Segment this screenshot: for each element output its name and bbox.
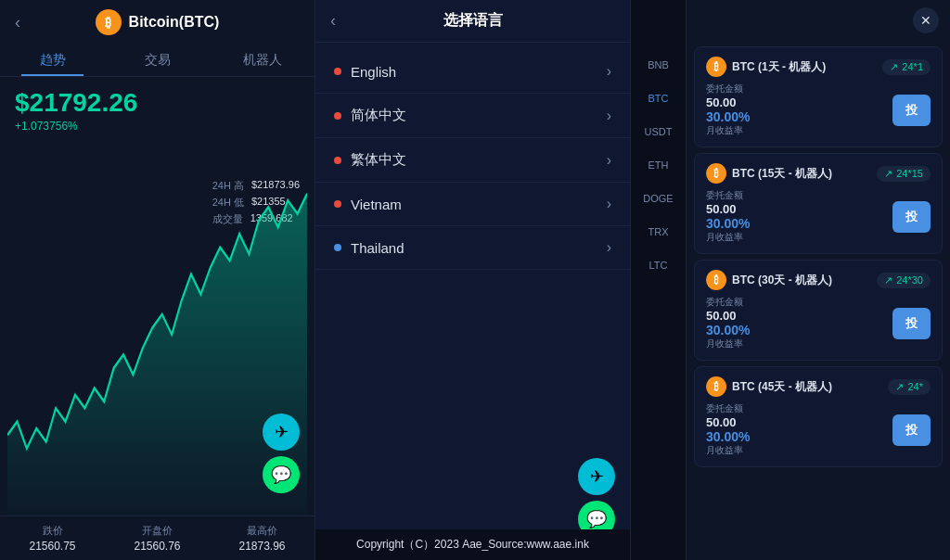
bottom-label-1: 开盘价 [134, 524, 180, 538]
bottom-label-2: 最高价 [238, 524, 285, 538]
robot-detail-row-1: 委托金额 50.00 30.00% 月收益率 投 [706, 189, 931, 244]
coin-doge[interactable]: DOGE [643, 189, 673, 208]
robot-detail-row-0: 委托金额 50.00 30.00% 月收益率 投 [706, 83, 931, 137]
middle-telegram-button[interactable]: ✈ [578, 458, 615, 495]
robot-card-header-2: ₿ BTC (30天 - 机器人) ↗ 24*30 [706, 270, 931, 290]
robot-badge-icon-3: ↗ [895, 381, 904, 393]
copyright-bar: Copyright（C）2023 Aae_Source:www.aae.ink [315, 529, 630, 560]
telegram-button[interactable]: ✈ [263, 414, 300, 451]
robot-amount-3: 50.00 [706, 415, 892, 429]
robot-title-left-3: ₿ BTC (45天 - 机器人) [706, 376, 832, 397]
middle-title: 选择语言 [443, 11, 503, 31]
robot-detail-row-2: 委托金额 50.00 30.00% 月收益率 投 [706, 296, 931, 350]
robot-badge-text-1: 24*15 [896, 168, 923, 179]
robot-btc-icon-0: ₿ [706, 57, 726, 77]
tab-trade[interactable]: 交易 [105, 45, 210, 76]
robot-card-header-3: ₿ BTC (45天 - 机器人) ↗ 24* [706, 376, 931, 397]
robot-amount-label-0: 委托金额 [706, 83, 892, 95]
close-button[interactable]: ✕ [913, 7, 939, 33]
robot-badge-icon-1: ↗ [884, 168, 892, 180]
lang-name-vn: Vietnam [351, 197, 402, 212]
lang-name-tc: 繁体中文 [351, 151, 406, 169]
robot-btc-icon-1: ₿ [706, 163, 726, 184]
invest-button-3[interactable]: 投 [892, 414, 931, 446]
invest-button-0[interactable]: 投 [892, 95, 931, 126]
lang-dot-english [334, 68, 341, 75]
robot-amount-0: 50.00 [706, 95, 892, 109]
left-back-button[interactable]: ‹ [15, 13, 20, 32]
lang-dot-vn [334, 200, 341, 208]
middle-panel: ‹ 选择语言 English › 简体中文 › 繁体中文 › [315, 0, 631, 560]
robot-card-2: ₿ BTC (30天 - 机器人) ↗ 24*30 委托金额 50.00 30.… [694, 260, 943, 361]
robot-card-3: ₿ BTC (45天 - 机器人) ↗ 24* 委托金额 50.00 30.00… [694, 366, 943, 467]
robot-title-left-1: ₿ BTC (15天 - 机器人) [706, 163, 832, 184]
robot-btc-icon-2: ₿ [706, 270, 726, 290]
robots-header: ✕ [687, 0, 950, 41]
bottom-stats: 跌价 21560.75 开盘价 21560.76 最高价 21873.96 [0, 515, 315, 560]
robot-detail-col-3: 委托金额 50.00 30.00% 月收益率 [706, 402, 892, 457]
robot-amount-label-3: 委托金额 [706, 402, 892, 415]
right-panel: BNB BTC USDT ETH DOGE TRX LTC ✕ ₿ BTC (1… [631, 0, 950, 560]
robot-card-header-0: ₿ BTC (1天 - 机器人) ↗ 24*1 [706, 57, 931, 77]
lang-name-th: Thailand [351, 240, 404, 256]
invest-button-2[interactable]: 投 [892, 308, 931, 339]
robot-badge-text-0: 24*1 [902, 61, 923, 72]
robot-btc-icon-3: ₿ [706, 376, 726, 397]
robot-amount-label-1: 委托金额 [706, 189, 892, 202]
coin-ltc[interactable]: LTC [649, 256, 668, 274]
btc-icon: ₿ [96, 9, 122, 35]
lang-dot-tc [334, 157, 341, 164]
price-change: +1.073756% [15, 120, 300, 133]
robot-rate-1: 30.00% [706, 216, 892, 231]
left-panel: ‹ ₿ Bitcoin(BTC) 趋势 交易 机器人 $21792.26 +1.… [0, 0, 315, 560]
lang-item-english[interactable]: English › [315, 50, 630, 94]
robots-panel: ✕ ₿ BTC (1天 - 机器人) ↗ 24*1 委托金额 50.00 30.… [687, 0, 950, 560]
lang-chevron-tc: › [607, 152, 611, 169]
robot-badge-icon-0: ↗ [890, 61, 898, 73]
lang-chevron-sc: › [607, 108, 611, 124]
robot-card-header-1: ₿ BTC (15天 - 机器人) ↗ 24*15 [706, 163, 931, 184]
invest-button-1[interactable]: 投 [892, 201, 931, 233]
bottom-label-0: 跌价 [29, 524, 75, 538]
coin-sidebar: BNB BTC USDT ETH DOGE TRX LTC [631, 0, 687, 560]
coin-usdt[interactable]: USDT [645, 122, 673, 141]
left-tabs: 趋势 交易 机器人 [0, 45, 315, 77]
lang-item-left-tc: 繁体中文 [334, 151, 406, 169]
left-title: ₿ Bitcoin(BTC) [96, 9, 220, 35]
lang-item-simplified-chinese[interactable]: 简体中文 › [315, 94, 630, 138]
robot-name-2: BTC (30天 - 机器人) [732, 273, 832, 288]
middle-back-button[interactable]: ‹ [330, 11, 336, 31]
bottom-value-2: 21873.96 [238, 540, 285, 553]
lang-item-thailand[interactable]: Thailand › [315, 226, 630, 270]
lang-item-traditional-chinese[interactable]: 繁体中文 › [315, 138, 630, 183]
tab-robot[interactable]: 机器人 [210, 45, 315, 76]
robot-badge-3: ↗ 24* [888, 379, 931, 395]
coin-btc[interactable]: BTC [648, 89, 669, 108]
lang-name-english: English [351, 64, 396, 80]
tab-trend[interactable]: 趋势 [0, 45, 105, 76]
coin-trx[interactable]: TRX [648, 223, 669, 241]
robot-rate-2: 30.00% [706, 323, 892, 337]
coin-bnb[interactable]: BNB [648, 56, 669, 74]
robot-detail-row-3: 委托金额 50.00 30.00% 月收益率 投 [706, 402, 931, 457]
robot-rate-label-2: 月收益率 [706, 337, 892, 350]
robot-badge-text-2: 24*30 [896, 274, 923, 286]
robot-detail-col-1: 委托金额 50.00 30.00% 月收益率 [706, 189, 892, 244]
coin-eth[interactable]: ETH [648, 156, 669, 174]
left-header: ‹ ₿ Bitcoin(BTC) [0, 0, 315, 45]
lang-item-vietnam[interactable]: Vietnam › [315, 183, 630, 226]
lang-chevron-vn: › [607, 196, 611, 212]
lang-dot-th [334, 244, 341, 251]
robot-amount-label-2: 委托金额 [706, 296, 892, 309]
lang-item-left-english: English [334, 64, 396, 80]
bottom-value-0: 21560.75 [29, 540, 75, 553]
lang-chevron-th: › [607, 239, 611, 256]
robot-name-1: BTC (15天 - 机器人) [732, 166, 832, 182]
robot-title-left-2: ₿ BTC (30天 - 机器人) [706, 270, 832, 290]
robot-rate-label-0: 月收益率 [706, 124, 892, 137]
chat-button[interactable]: 💬 [263, 456, 300, 493]
bottom-stat-2: 最高价 21873.96 [238, 524, 285, 553]
robot-rate-0: 30.00% [706, 109, 892, 124]
robot-badge-2: ↗ 24*30 [877, 273, 931, 288]
robot-rate-label-3: 月收益率 [706, 444, 892, 457]
